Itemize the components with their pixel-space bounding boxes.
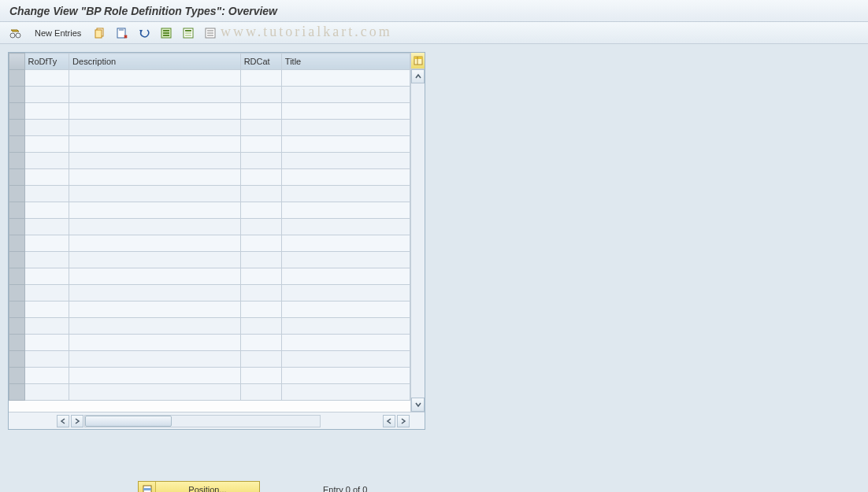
table-row[interactable] bbox=[9, 136, 410, 153]
table-row[interactable] bbox=[9, 87, 410, 103]
row-selector[interactable] bbox=[9, 186, 25, 202]
entry-count-text: Entry 0 of 0 bbox=[323, 485, 367, 492]
row-selector[interactable] bbox=[9, 136, 25, 153]
table-row[interactable] bbox=[9, 335, 410, 351]
svg-rect-16 bbox=[207, 30, 213, 31]
svg-point-1 bbox=[16, 33, 20, 38]
table-row[interactable] bbox=[9, 384, 410, 401]
chevron-down-icon bbox=[415, 401, 421, 408]
scroll-left-button[interactable] bbox=[57, 415, 69, 427]
vertical-scrollbar bbox=[410, 53, 425, 412]
svg-rect-17 bbox=[207, 32, 213, 34]
table-row[interactable] bbox=[9, 219, 410, 235]
col-header-title[interactable]: Title bbox=[281, 54, 410, 70]
row-selector[interactable] bbox=[9, 219, 25, 235]
row-selector[interactable] bbox=[9, 368, 25, 384]
table-row[interactable] bbox=[9, 70, 410, 87]
table-row[interactable] bbox=[9, 186, 410, 202]
row-selector[interactable] bbox=[9, 153, 25, 169]
change-button[interactable] bbox=[8, 25, 24, 41]
select-all-button[interactable] bbox=[158, 25, 174, 41]
chevron-right-icon bbox=[400, 418, 406, 424]
row-selector[interactable] bbox=[9, 120, 25, 136]
locate-icon bbox=[142, 484, 153, 492]
position-label: Position... bbox=[156, 485, 259, 492]
table-row[interactable] bbox=[9, 301, 410, 318]
select-block-button[interactable] bbox=[180, 25, 196, 41]
table-row[interactable] bbox=[9, 103, 410, 120]
row-selector[interactable] bbox=[9, 335, 25, 351]
row-selector[interactable] bbox=[9, 202, 25, 219]
svg-rect-20 bbox=[414, 57, 422, 59]
scroll-up-button[interactable] bbox=[411, 69, 425, 83]
table-row[interactable] bbox=[9, 351, 410, 368]
row-selector[interactable] bbox=[9, 70, 25, 87]
data-table: RoDfTy Description RDCat Title bbox=[9, 53, 410, 401]
svg-rect-13 bbox=[185, 32, 191, 34]
undo-button[interactable] bbox=[136, 25, 152, 41]
scroll-right-button[interactable] bbox=[397, 415, 410, 427]
horizontal-scroll-thumb[interactable] bbox=[85, 416, 172, 427]
copy-icon bbox=[95, 28, 106, 39]
content-area: RoDfTy Description RDCat Title bbox=[0, 44, 868, 492]
row-selector[interactable] bbox=[9, 285, 25, 301]
watermark: www.tutorialkart.com bbox=[221, 24, 392, 40]
table-row[interactable] bbox=[9, 318, 410, 335]
svg-rect-23 bbox=[143, 488, 151, 490]
table-row[interactable] bbox=[9, 268, 410, 285]
chevron-up-icon bbox=[415, 73, 421, 80]
col-header-description[interactable]: Description bbox=[69, 54, 241, 70]
scroll-right-inner-button[interactable] bbox=[71, 415, 83, 427]
copy-button[interactable] bbox=[92, 25, 108, 41]
select-all-icon bbox=[161, 28, 172, 39]
table-row[interactable] bbox=[9, 285, 410, 301]
svg-rect-12 bbox=[185, 30, 191, 31]
horizontal-scrollbar bbox=[9, 412, 425, 429]
row-selector[interactable] bbox=[9, 301, 25, 318]
table-row[interactable] bbox=[9, 235, 410, 252]
svg-rect-10 bbox=[163, 35, 169, 36]
row-selector[interactable] bbox=[9, 169, 25, 186]
select-all-header[interactable] bbox=[9, 54, 25, 70]
table-row[interactable] bbox=[9, 202, 410, 219]
row-selector[interactable] bbox=[9, 351, 25, 368]
position-button[interactable]: Position... bbox=[138, 481, 260, 492]
chevron-left-icon bbox=[386, 418, 392, 424]
deselect-all-icon bbox=[205, 28, 216, 39]
new-entries-button[interactable]: New Entries bbox=[30, 25, 86, 41]
svg-point-0 bbox=[10, 33, 15, 38]
delete-button[interactable] bbox=[114, 25, 130, 41]
row-selector[interactable] bbox=[9, 252, 25, 268]
table-row[interactable] bbox=[9, 120, 410, 136]
col-header-rodfty[interactable]: RoDfTy bbox=[24, 54, 69, 70]
pencil-glasses-icon bbox=[9, 27, 22, 39]
vertical-scroll-track[interactable] bbox=[411, 83, 425, 398]
footer: Position... Entry 0 of 0 bbox=[138, 481, 367, 492]
row-selector[interactable] bbox=[9, 87, 25, 103]
row-selector[interactable] bbox=[9, 384, 25, 401]
table-settings-button[interactable] bbox=[411, 53, 425, 69]
svg-rect-8 bbox=[163, 30, 169, 31]
col-header-rdcat[interactable]: RDCat bbox=[240, 54, 281, 70]
row-selector[interactable] bbox=[9, 268, 25, 285]
scroll-left-end-button[interactable] bbox=[383, 415, 395, 427]
table-body bbox=[9, 70, 410, 401]
row-selector[interactable] bbox=[9, 235, 25, 252]
svg-rect-14 bbox=[185, 35, 191, 36]
horizontal-scroll-track[interactable] bbox=[84, 415, 321, 427]
scroll-down-button[interactable] bbox=[411, 398, 425, 412]
table-row[interactable] bbox=[9, 169, 410, 186]
table-row[interactable] bbox=[9, 368, 410, 384]
chevron-right-icon bbox=[74, 418, 80, 424]
delete-icon bbox=[117, 28, 128, 39]
table-row[interactable] bbox=[9, 252, 410, 268]
row-selector[interactable] bbox=[9, 318, 25, 335]
title-bar: Change View "BP Role Definition Types": … bbox=[0, 0, 868, 22]
select-block-icon bbox=[183, 28, 194, 39]
new-entries-label: New Entries bbox=[32, 28, 84, 38]
table-row[interactable] bbox=[9, 153, 410, 169]
deselect-all-button[interactable] bbox=[202, 25, 218, 41]
table-settings-icon bbox=[414, 56, 423, 65]
table-container: RoDfTy Description RDCat Title bbox=[8, 52, 425, 430]
row-selector[interactable] bbox=[9, 103, 25, 120]
